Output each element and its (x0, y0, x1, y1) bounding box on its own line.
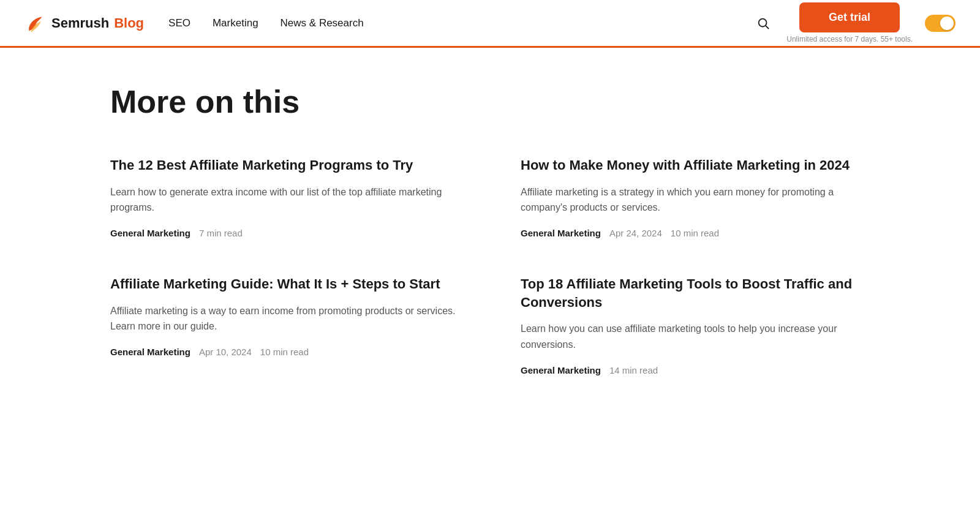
article-meta-3: General Marketing Apr 10, 2024 10 min re… (110, 347, 459, 357)
logo[interactable]: SemrushBlog (24, 12, 144, 34)
get-trial-wrap: Get trial Unlimited access for 7 days. 5… (786, 2, 913, 43)
article-excerpt-4: Learn how you can use affiliate marketin… (521, 321, 870, 352)
article-read-time-4: 14 min read (609, 365, 658, 375)
article-excerpt-1: Learn how to generate extra income with … (110, 184, 459, 216)
get-trial-button[interactable]: Get trial (799, 2, 900, 32)
article-category-4: General Marketing (521, 365, 601, 375)
nav-seo[interactable]: SEO (168, 17, 190, 29)
article-read-time-1: 7 min read (199, 228, 243, 238)
article-read-time-3: 10 min read (260, 347, 309, 357)
article-card-3[interactable]: Affiliate Marketing Guide: What It Is + … (110, 275, 459, 375)
search-button[interactable] (752, 12, 774, 34)
article-category-3: General Marketing (110, 347, 190, 357)
logo-text-blog: Blog (114, 15, 144, 31)
search-icon (756, 17, 770, 30)
theme-toggle-wrap (925, 15, 956, 32)
article-card-2[interactable]: How to Make Money with Affiliate Marketi… (521, 156, 870, 238)
article-meta-1: General Marketing 7 min read (110, 228, 459, 238)
get-trial-subtitle: Unlimited access for 7 days. 55+ tools. (786, 35, 913, 43)
toggle-knob (940, 17, 954, 30)
article-card-1[interactable]: The 12 Best Affiliate Marketing Programs… (110, 156, 459, 238)
article-title-2: How to Make Money with Affiliate Marketi… (521, 156, 870, 175)
nav-news-research[interactable]: News & Research (281, 17, 364, 29)
header: SemrushBlog SEO Marketing News & Researc… (0, 0, 980, 48)
article-title-3: Affiliate Marketing Guide: What It Is + … (110, 275, 459, 293)
article-date-3: Apr 10, 2024 (199, 347, 252, 357)
semrush-logo-icon (24, 12, 47, 34)
article-read-time-2: 10 min read (671, 228, 719, 238)
article-excerpt-2: Affiliate marketing is a strategy in whi… (521, 184, 870, 216)
article-title-1: The 12 Best Affiliate Marketing Programs… (110, 156, 459, 175)
article-card-4[interactable]: Top 18 Affiliate Marketing Tools to Boos… (521, 275, 870, 375)
svg-point-0 (759, 18, 767, 26)
header-right: Get trial Unlimited access for 7 days. 5… (752, 2, 956, 43)
theme-toggle[interactable] (925, 15, 956, 32)
logo-text-semrush: Semrush (51, 15, 109, 31)
article-excerpt-3: Affiliate marketing is a way to earn inc… (110, 303, 459, 334)
header-left: SemrushBlog SEO Marketing News & Researc… (24, 12, 364, 34)
main-nav: SEO Marketing News & Research (168, 17, 364, 29)
section-title: More on this (110, 85, 870, 119)
article-category-2: General Marketing (521, 228, 601, 238)
article-meta-2: General Marketing Apr 24, 2024 10 min re… (521, 228, 870, 238)
nav-marketing[interactable]: Marketing (213, 17, 258, 29)
svg-line-1 (766, 26, 769, 29)
article-category-1: General Marketing (110, 228, 190, 238)
article-date-2: Apr 24, 2024 (609, 228, 662, 238)
article-title-4: Top 18 Affiliate Marketing Tools to Boos… (521, 275, 870, 311)
articles-grid: The 12 Best Affiliate Marketing Programs… (110, 156, 870, 375)
article-meta-4: General Marketing 14 min read (521, 365, 870, 375)
main-content: More on this The 12 Best Affiliate Marke… (61, 48, 919, 424)
